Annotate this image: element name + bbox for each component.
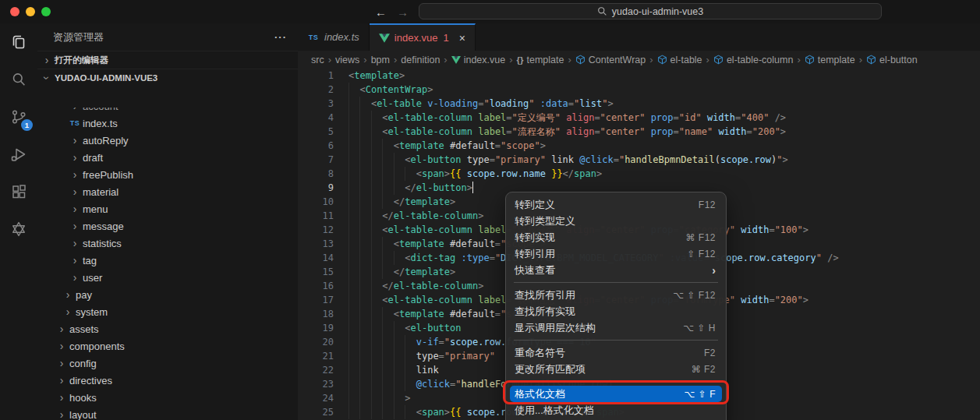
minimize-window-button[interactable]	[26, 7, 35, 16]
menu-item-查找所有实现[interactable]: 查找所有实现	[506, 303, 726, 319]
section-project-root[interactable]: › YUDAO-UI-ADMIN-VUE3	[37, 69, 298, 86]
run-and-debug-icon[interactable]	[0, 136, 37, 173]
code-line-1[interactable]: 1<template>	[298, 69, 980, 83]
menu-item-显示调用层次结构[interactable]: 显示调用层次结构⌥ ⇧ H	[506, 319, 726, 336]
indent-guide	[359, 391, 360, 405]
code-line-2[interactable]: 2 <ContentWrap>	[298, 83, 980, 97]
breadcrumb-item-el-button[interactable]: el-button	[866, 55, 918, 65]
close-icon[interactable]: ×	[459, 32, 465, 44]
token	[534, 98, 540, 109]
breadcrumb-item-index.vue[interactable]: index.vue	[451, 55, 506, 65]
tree-item-statistics[interactable]: ›statistics	[37, 235, 298, 252]
tree-item-message[interactable]: ›message	[37, 217, 298, 235]
menu-item-转到实现[interactable]: 转到实现⌘ F12	[506, 229, 726, 245]
code-line-6[interactable]: 6 <template #default="scope">	[298, 139, 980, 153]
token: width	[718, 126, 746, 137]
code-line-3[interactable]: 3 <el-table v-loading="loading" :data="l…	[298, 97, 980, 111]
code-line-5[interactable]: 5 <el-table-column label="流程名称" align="c…	[298, 125, 980, 139]
menu-item-转到定义[interactable]: 转到定义F12	[506, 196, 726, 213]
token: list	[579, 98, 602, 109]
source-control-icon[interactable]: 1	[0, 98, 37, 136]
menu-item-转到类型定义[interactable]: 转到类型定义	[506, 213, 726, 229]
tree-item-freePublish[interactable]: ›freePublish	[37, 166, 298, 183]
tree-item-account[interactable]: ›account	[37, 108, 298, 115]
indent-guide	[405, 377, 405, 391]
line-number: 8	[298, 167, 334, 181]
tree-item-directives[interactable]: ›directives	[37, 372, 298, 389]
token: el-table-column	[388, 224, 472, 235]
more-actions-icon[interactable]: ···	[274, 31, 287, 43]
token: "name"	[679, 126, 713, 137]
explorer-icon[interactable]	[0, 23, 37, 61]
menu-item-使用...格式化文档[interactable]: 使用...格式化文档	[506, 402, 726, 418]
token: =	[495, 238, 501, 249]
token: </	[394, 266, 405, 277]
indent-guide	[371, 181, 372, 195]
tree-item-config[interactable]: ›config	[37, 355, 298, 372]
breadcrumb-item-definition[interactable]: definition	[401, 55, 440, 65]
close-window-button[interactable]	[10, 7, 19, 16]
tree-item-user[interactable]: ›user	[37, 269, 298, 286]
tree-item-components[interactable]: ›components	[37, 337, 298, 355]
code-line-4[interactable]: 4 <el-table-column label="定义编号" align="c…	[298, 111, 980, 125]
forward-arrow-icon[interactable]: →	[397, 5, 409, 19]
breadcrumb-item-el-table[interactable]: el-table	[657, 55, 702, 65]
tab-index-vue[interactable]: index.vue 1 ×	[370, 23, 476, 51]
token: >	[478, 281, 483, 291]
tree-item-index.ts[interactable]: TSindex.ts	[37, 115, 298, 132]
menu-item-更改所有匹配项[interactable]: 更改所有匹配项⌘ F2	[506, 361, 726, 377]
code-line-7[interactable]: 7 <el-button type="primary" link @click=…	[298, 153, 980, 167]
menu-shortcut: ⌘ F12	[685, 232, 716, 243]
breadcrumb-item-bpm[interactable]: bpm	[371, 55, 390, 65]
token: v-loading	[427, 98, 478, 109]
menu-shortcut: ⌥ ⇧ F12	[673, 290, 716, 301]
token: <	[416, 407, 422, 418]
zoom-window-button[interactable]	[41, 7, 51, 16]
tree-item-hooks[interactable]: ›hooks	[37, 389, 298, 406]
menu-item-查找所有引用[interactable]: 查找所有引用⌥ ⇧ F12	[506, 287, 726, 303]
chevron-right-icon: ›	[55, 374, 68, 386]
breadcrumb-label: definition	[401, 55, 440, 65]
token: }}	[551, 168, 562, 179]
breadcrumb-item-template[interactable]: template	[805, 55, 855, 65]
token: @click	[416, 379, 450, 390]
chevron-right-icon: ›	[55, 323, 68, 335]
token: template	[399, 309, 444, 319]
menu-item-格式化文档[interactable]: 格式化文档⌥ ⇧ F	[510, 386, 722, 402]
breadcrumb-item-ContentWrap[interactable]: ContentWrap	[575, 55, 646, 65]
command-center[interactable]: yudao-ui-admin-vue3	[419, 3, 882, 19]
menu-item-转到引用[interactable]: 转到引用⇧ F12	[506, 245, 726, 262]
token: span	[574, 168, 596, 179]
tree-item-system[interactable]: ›system	[37, 303, 298, 320]
extensions-icon[interactable]	[0, 173, 37, 210]
tree-item-menu[interactable]: ›menu	[37, 200, 298, 217]
line-number: 10	[298, 195, 334, 209]
breadcrumb-item-views[interactable]: views	[335, 55, 359, 65]
tree-item-autoReply[interactable]: ›autoReply	[37, 132, 298, 149]
token: prop	[651, 112, 674, 123]
tree-item-tag[interactable]: ›tag	[37, 252, 298, 269]
indent-guide	[405, 167, 405, 181]
tree-item-draft[interactable]: ›draft	[37, 149, 298, 166]
code-line-8[interactable]: 8 <span>{{ scope.row.name }}</span>	[298, 167, 980, 181]
menu-item-快速查看[interactable]: 快速查看›	[506, 262, 726, 278]
line-number: 17	[298, 293, 334, 307]
openai-extension-icon[interactable]	[0, 210, 37, 248]
menu-item-重命名符号[interactable]: 重命名符号F2	[506, 344, 726, 361]
menu-item-label: 转到引用	[515, 247, 687, 261]
breadcrumb-item-el-table-column[interactable]: el-table-column	[713, 55, 793, 65]
breadcrumb-item-template[interactable]: {}template	[517, 55, 564, 65]
breadcrumb-item-src[interactable]: src	[311, 55, 324, 65]
tree-item-layout[interactable]: ›layout	[37, 406, 298, 420]
search-sidebar-icon[interactable]	[0, 61, 37, 98]
indent-guide	[348, 139, 349, 153]
tree-item-pay[interactable]: ›pay	[37, 286, 298, 303]
tree-item-assets[interactable]: ›assets	[37, 320, 298, 337]
tab-index-ts[interactable]: TS index.ts	[298, 23, 370, 51]
tree-item-material[interactable]: ›material	[37, 183, 298, 200]
chevron-right-icon: ›	[69, 185, 81, 198]
indent-guide	[348, 153, 349, 167]
back-arrow-icon[interactable]: ←	[375, 5, 387, 19]
indent-guide	[359, 349, 360, 363]
section-open-editors[interactable]: › 打开的编辑器	[37, 51, 298, 69]
